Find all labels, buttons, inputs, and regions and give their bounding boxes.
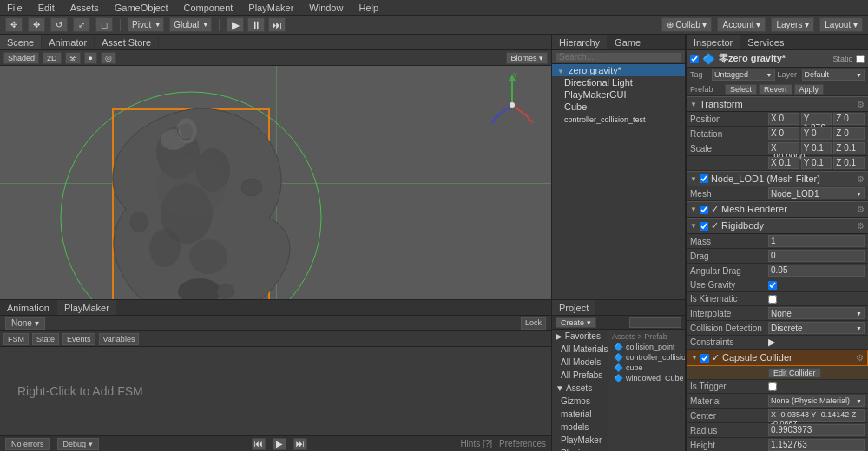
menu-component[interactable]: Component [180, 3, 236, 13]
edit-collider-btn[interactable]: Edit Collider [768, 368, 821, 378]
meshfilter-checkbox[interactable] [700, 174, 708, 183]
tab-scene[interactable]: Scene [0, 35, 42, 49]
asset-collision-point[interactable]: 🔷 collision_point [610, 342, 683, 352]
pause-button[interactable]: ⏸ [247, 17, 265, 32]
height-field[interactable]: 1.152763 [768, 439, 865, 451]
hierarchy-item-zero-gravity[interactable]: ▼ zero gravity* [552, 64, 685, 76]
tab-project[interactable]: Project [552, 300, 596, 315]
tab-playmaker[interactable]: PlayMaker [57, 300, 117, 315]
obj-active-checkbox[interactable] [690, 55, 699, 63]
rot-x-field[interactable]: X 0 [768, 127, 799, 140]
tool-hand[interactable]: ✥ [5, 17, 23, 32]
static-checkbox[interactable] [856, 55, 865, 63]
bottom-pause-btn[interactable]: ▶ [273, 438, 286, 450]
materials-item[interactable]: material [552, 408, 608, 421]
use-gravity-checkbox[interactable] [768, 281, 777, 290]
playmaker-content[interactable]: Right-Click to Add FSM [0, 347, 551, 435]
transform-settings-icon[interactable]: ⚙ [857, 100, 865, 109]
hierarchy-search-input[interactable] [556, 52, 681, 62]
pos-x-field[interactable]: X 0 [768, 113, 799, 125]
tab-hierarchy[interactable]: Hierarchy [552, 35, 608, 49]
asset-cube[interactable]: 🔷 cube [610, 363, 683, 373]
pos-z-field[interactable]: Z 0 [833, 113, 865, 125]
state-button[interactable]: State [32, 333, 59, 345]
tool-scale[interactable]: ⤢ [73, 17, 90, 32]
none-dropdown[interactable]: None ▾ [5, 317, 45, 330]
playmaker-item[interactable]: PlayMaker [552, 434, 608, 447]
all-materials-item[interactable]: All Materials [552, 343, 608, 356]
center-field[interactable]: X -0.03543 Y -0.14142 Z -0.0667 [768, 409, 865, 422]
shaded-dropdown[interactable]: Shaded [3, 52, 39, 64]
pivot-dropdown[interactable]: Pivot [128, 17, 164, 32]
interpolate-dropdown[interactable]: None [768, 307, 865, 319]
favorites-item[interactable]: ▶ Favorites [552, 330, 608, 343]
assets-item[interactable]: ▼ Assets [552, 382, 608, 395]
mesh-dropdown[interactable]: Node_LOD1 [768, 187, 865, 199]
models-item[interactable]: models [552, 421, 608, 434]
tool-rotate[interactable]: ↺ [50, 17, 68, 32]
project-search[interactable] [629, 317, 681, 328]
mesh-filter-header[interactable]: ▼ Node_LOD1 (Mesh Filter) ⚙ [687, 171, 868, 186]
tab-game[interactable]: Game [608, 35, 648, 49]
lighting-toggle[interactable]: ※ [65, 52, 81, 64]
variables-button[interactable]: Variables [99, 333, 140, 345]
scale-y-field[interactable]: Y 0.1 [801, 142, 832, 154]
hierarchy-item-cube[interactable]: Cube [552, 101, 685, 113]
tool-move[interactable]: ✥ [28, 17, 45, 32]
radius-field[interactable]: 0.9903973 [768, 424, 865, 436]
is-trigger-checkbox[interactable] [768, 382, 777, 391]
rot-z-field[interactable]: Z 0 [833, 127, 865, 140]
rot-y-field[interactable]: Y 0 [801, 127, 832, 140]
prefab-apply-btn[interactable]: Apply [794, 84, 825, 95]
rigidbody-settings-icon[interactable]: ⚙ [857, 221, 865, 231]
asset-controller[interactable]: 🔷 controller_collision_test [610, 352, 683, 363]
create-btn[interactable]: Create ▾ [556, 317, 596, 328]
meshfilter-settings-icon[interactable]: ⚙ [857, 174, 865, 184]
menu-help[interactable]: Help [355, 3, 382, 13]
plugins-item[interactable]: Plugins [552, 447, 608, 451]
asset-windowed-cube[interactable]: 🔷 windowed_Cube [610, 373, 683, 383]
transform-component-header[interactable]: ▼ Transform ⚙ [687, 96, 868, 112]
tab-animation[interactable]: Animation [0, 300, 57, 315]
angular-drag-field[interactable]: 0.05 [768, 265, 865, 277]
events-button[interactable]: Events [62, 333, 95, 345]
2d-toggle[interactable]: 2D [43, 52, 62, 64]
layer-dropdown[interactable]: Default [802, 69, 865, 81]
fx-toggle[interactable]: ◎ [101, 52, 116, 64]
preferences-text[interactable]: Preferences [499, 439, 546, 448]
scale2-y-field[interactable]: Y 0.1 [801, 157, 832, 169]
layers-button[interactable]: Layers ▾ [771, 17, 814, 32]
meshrenderer-settings-icon[interactable]: ⚙ [857, 205, 865, 214]
hierarchy-item-dir-light[interactable]: Directional Light [552, 76, 685, 88]
is-kinematic-checkbox[interactable] [768, 295, 777, 304]
tab-services[interactable]: Services [740, 35, 792, 49]
material-dropdown[interactable]: None (Physic Material) [768, 395, 865, 407]
mesh-renderer-header[interactable]: ▼ ✓ Mesh Renderer ⚙ [687, 201, 868, 218]
collision-detect-dropdown[interactable]: Discrete [768, 322, 865, 334]
scale2-x-field[interactable]: X 0.1 [768, 157, 799, 169]
audio-toggle[interactable]: ● [84, 52, 97, 64]
menu-window[interactable]: Window [306, 3, 346, 13]
gizmos-item[interactable]: Gizmos [552, 395, 608, 408]
no-errors-btn[interactable]: No errors [5, 438, 50, 450]
play-button[interactable]: ▶ [227, 17, 244, 32]
layout-button[interactable]: Layout ▾ [819, 17, 863, 32]
menu-gameobject[interactable]: GameObject [111, 3, 172, 13]
pos-y-field[interactable]: Y 1.076 [801, 113, 832, 125]
tab-animator[interactable]: Animator [42, 35, 95, 49]
biome-dropdown[interactable]: Biomes ▾ [506, 52, 548, 64]
tag-dropdown[interactable]: Untagged [712, 69, 775, 81]
menu-edit[interactable]: Edit [35, 3, 58, 13]
collab-button[interactable]: ⊕ Collab ▾ [661, 17, 713, 32]
rigidbody-checkbox[interactable] [700, 222, 708, 231]
tab-inspector[interactable]: Inspector [687, 35, 740, 49]
prefab-select-btn[interactable]: Select [725, 84, 757, 95]
lock-button[interactable]: Lock [521, 317, 546, 330]
tool-rect[interactable]: ◻ [95, 17, 113, 32]
scale-x-field[interactable]: X -90.0000 [768, 142, 799, 154]
fsm-button[interactable]: FSM [3, 333, 29, 345]
hierarchy-item-controller[interactable]: controller_collision_test [552, 113, 685, 125]
meshrenderer-checkbox[interactable] [700, 206, 708, 214]
mass-field[interactable]: 1 [768, 235, 865, 247]
all-models-item[interactable]: All Models [552, 356, 608, 369]
